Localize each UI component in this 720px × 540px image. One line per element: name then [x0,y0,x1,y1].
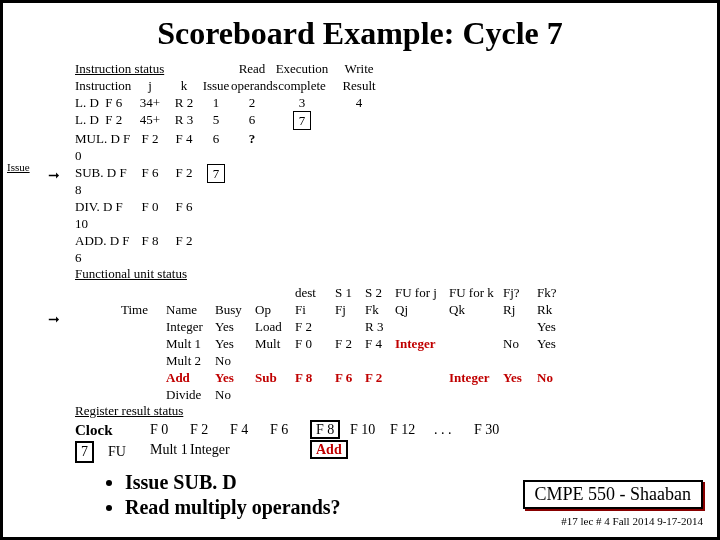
footer-meta: #17 lec # 4 Fall 2014 9-17-2014 [561,515,703,527]
register-header-row: Clock F 0 F 2 F 4 F 6 F 8 F 10 F 12 . . … [75,421,705,439]
fu-status-table: dest S 1 S 2 FU for j FU for k Fj? Fk? T… [121,284,705,403]
instr-status-header: Instruction status [75,60,201,77]
arrow-icon: ➞ [48,167,60,184]
reg-status-header: Register result status [75,403,705,419]
slide: Scoreboard Example: Cycle 7 Issue ➞ ➞ In… [0,0,720,540]
clock-value: 7 [75,441,94,463]
arrow-icon: ➞ [48,311,60,328]
slide-title: Scoreboard Example: Cycle 7 [15,15,705,52]
issue-tag: Issue [7,161,30,173]
highlight-box: F 8 [310,420,340,439]
highlight-box: Add [310,440,348,459]
fu-status-header: Functional unit status [75,266,705,282]
highlight-box: 7 [207,164,226,183]
instruction-status-table: Instruction status Read Execution Write … [75,60,705,266]
footer-course: CMPE 550 - Shaaban [523,480,704,509]
highlight-box: 7 [293,111,312,130]
register-fu-row: 7 FU Mult 1 Integer Add [75,441,705,463]
